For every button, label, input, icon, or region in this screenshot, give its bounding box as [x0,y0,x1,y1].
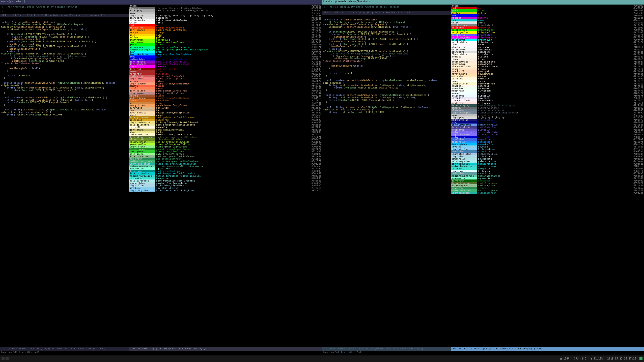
color-row[interactable]: light sky blue light sky blue,LightSkyBl… [129,189,322,192]
code-buffer-right[interactable]: ;; This is console/tty Emacs running in … [322,5,451,354]
color-row[interactable]: red red #ff0000 [129,24,322,26]
color-row[interactable]: tomato tomato #ff6347 [129,85,322,87]
color-row[interactable]: ivory ivory #fffff0 [451,80,644,82]
color-row[interactable]: cornflowerblue cornflowerblue #6495ed [451,124,644,126]
color-row[interactable]: wheat wheat #f5deb3 [129,114,322,116]
color-row[interactable]: lavender lavender #e6e6fa [451,97,644,99]
color-row[interactable]: spring green spring green,SpringGreen #0… [129,46,322,48]
color-row[interactable]: darkseagreen darkseagreen #8fbc8f [451,184,644,187]
color-row[interactable]: darkslategray darkslategray,darkslategre… [451,104,644,107]
color-row[interactable]: light coral light coral,LightCoral #f080… [129,77,322,80]
color-row[interactable]: white smoke white smoke,WhiteSmoke #f5f5… [129,19,322,22]
color-row[interactable]: skyblue skyblue #87ceeb [451,145,644,148]
color-row[interactable]: dodgerblue dodgerblue #1e90ff [451,141,644,143]
color-row[interactable]: ghostwhite ghostwhite #f8f8ff [451,46,644,48]
color-row[interactable]: lemon chiffon lemon chiffon,LemonChiffon… [129,133,322,136]
color-row[interactable]: dimgray dimgray,dimgrey #696969 [451,107,644,109]
color-row[interactable]: darkolivegreen darkolivegreen #556b2f [451,182,644,185]
color-row[interactable]: papayawhip papayawhip #ffefd5 [451,63,644,65]
color-row[interactable]: seagreen seagreen #2e8b57 [451,187,644,189]
color-row[interactable]: blue blue #0000ff [129,55,322,58]
color-row[interactable]: khaki khaki #f0e68c [129,131,322,133]
color-row[interactable]: sandy brown sandy brown,SandyBrown #f4a4… [129,104,322,107]
color-row[interactable]: navy navy,navyblue #000080 [451,121,644,124]
color-row[interactable]: light green light green,LightGreen #90ee… [129,145,322,148]
color-row[interactable]: dark khaki dark khaki,DarkKhaki #bdb76b [129,129,322,131]
color-row[interactable]: navajowhite navajowhite #ffdead [451,73,644,75]
color-row[interactable]: antiquewhite antiquewhite #faebd7 [451,61,644,63]
color-row[interactable]: lightslateblue lightslateblue #8470ff [451,133,644,136]
color-row[interactable]: lightseagreen lightseagreen #20b2aa [451,192,644,194]
color-row[interactable]: slategray slategray,slategrey #708090 [451,109,644,112]
color-row[interactable]: linen linen #faf0e6 [451,58,644,61]
color-row[interactable]: brightred brightred #ff0000 [451,26,644,29]
color-row[interactable]: pale goldenrod pale goldenrod,PaleGolden… [129,124,322,126]
color-row[interactable]: bisque bisque #ffe4c4 [451,68,644,70]
color-row[interactable]: sea green sea green,SeaGreen #2e8b57 [129,158,322,160]
color-row[interactable]: deep sky blue deep sky blue,DeepSkyBlue … [129,53,322,56]
color-row[interactable]: floralwhite floralwhite #fffaf0 [451,53,644,56]
color-row[interactable]: light goldenrod light goldenrod,LightGol… [129,121,322,124]
color-row[interactable]: lightgray lightgray,lightgrey #d3d3d3 [451,116,644,119]
color-row[interactable]: gray gray #bebebe [129,12,322,14]
color-row[interactable]: gainsboro gainsboro #dcdcdc [129,17,322,19]
color-row[interactable]: paleturquoise paleturquoise #afeeee [451,160,644,163]
color-row[interactable]: darkgreen darkgreen #006400 [451,179,644,182]
color-row[interactable]: red red #cd0000 [451,7,644,10]
color-row[interactable]: light blue light blue,LightBlue #add8e6 [129,184,322,187]
color-row[interactable]: medium blue medium blue,MediumBlue #0000… [129,58,322,61]
color-row[interactable]: dark orange dark orange,DarkOrange #ff8c… [129,29,322,31]
color-row[interactable]: yellow yellow #ffff00 [129,36,322,39]
color-row[interactable]: lightsteelblue lightsteelblue #b0c4de [451,153,644,155]
color-row[interactable]: light gray light gray,light grey,LightGr… [129,14,322,17]
color-row[interactable]: brightblue brightblue #5c5cff [451,34,644,36]
color-row[interactable]: mediumaquamarine mediumaquamarine #66cda… [451,175,644,177]
color-row[interactable]: sky blue sky blue,SkyBlue #87ceeb [129,187,322,189]
java-source-left[interactable]: public String authenticateWithOutcome() … [1,18,128,116]
color-row[interactable]: steelblue steelblue #4682b4 [451,150,644,153]
color-row[interactable]: saddle brown saddle brown,SaddleBrown #8… [129,97,322,99]
color-row[interactable]: chartreuse chartreuse #7fff00 [129,39,322,41]
window-icon[interactable] [6,357,9,360]
color-row[interactable]: dim gray dim gray,dim grey,DimGray,DimGr… [129,7,322,10]
tray-icon[interactable] [639,357,642,360]
color-row[interactable]: dark magenta dark magenta,DarkMagenta #8… [129,63,322,65]
color-row[interactable]: forest green forest green,ForestGreen #2… [129,148,322,150]
color-row[interactable]: tan tan #d2b48c [129,109,322,112]
color-row[interactable]: dark gray dark gray,dark grey,DarkGray,D… [129,9,322,12]
color-row[interactable]: snow snow #fffafa [451,43,644,46]
color-row[interactable]: dark olive green dark olive green,DarkOl… [129,136,322,138]
color-row[interactable]: aliceblue aliceblue #f0f8ff [451,95,644,97]
color-row[interactable]: cadetblue cadetblue #5f9ea0 [451,172,644,175]
color-row[interactable]: lightblue lightblue #add8e6 [451,155,644,158]
color-row[interactable]: midnightblue midnightblue #191970 [451,119,644,121]
color-row[interactable]: blue blue #0000ee [451,14,644,17]
color-row[interactable]: peachpuff peachpuff #ffdab9 [451,70,644,73]
color-row[interactable]: lightcyan lightcyan #e0ffff [451,170,644,172]
color-row[interactable]: dark goldenrod dark goldenrod,DarkGolden… [129,116,322,119]
color-row[interactable]: aquamarine aquamarine #7fffd4 [129,167,322,170]
colors-buffer-right[interactable]: black black #000000 red red #cd0000 gree… [451,5,644,354]
color-row[interactable]: firebrick firebrick #b22222 [129,73,322,75]
color-row[interactable]: white white #e5e5e5 [451,21,644,24]
color-row[interactable]: coral coral #ff7f50 [129,87,322,90]
color-row[interactable]: gray gray,grey #bebebe [451,114,644,116]
color-row[interactable]: aquamarine aquamarine #7fffd4 [451,177,644,179]
color-row[interactable]: medium turquoise medium turquoise,Medium… [129,175,322,177]
color-row[interactable]: light salmon light salmon,LightSalmon #f… [129,82,322,85]
color-row[interactable]: lawn green lawn green,LawnGreen #7cfc00 [129,41,322,44]
color-row[interactable]: mediumslateblue mediumslateblue #7b68ee [451,131,644,133]
color-row[interactable]: sienna sienna #a0522d [129,95,322,97]
workspace-icon[interactable] [2,357,5,360]
color-row[interactable]: dark violet dark violet,DarkViolet #9400… [129,61,322,63]
color-row[interactable]: mintcream mintcream #f5fffa [451,89,644,92]
color-row[interactable]: turquoise turquoise #40e0d0 [129,177,322,179]
color-row[interactable]: lightskyblue lightskyblue #87cefa [451,148,644,150]
color-row[interactable]: powder blue powder blue,PowderBlue #b0e0… [129,182,322,185]
color-row[interactable]: blanchedalmond blanchedalmond #ffebcd [451,65,644,68]
color-row[interactable]: royalblue royalblue #4169e1 [451,138,644,141]
color-row[interactable]: chocolate chocolate #d2691e [129,99,322,102]
code-buffer-left[interactable]: ;; This Graphical Emacs running on my de… [0,5,129,354]
color-row[interactable]: oldlace oldlace #fdf5e6 [451,55,644,58]
color-row[interactable]: mediumseagreen mediumseagreen #3cb371 [451,189,644,192]
